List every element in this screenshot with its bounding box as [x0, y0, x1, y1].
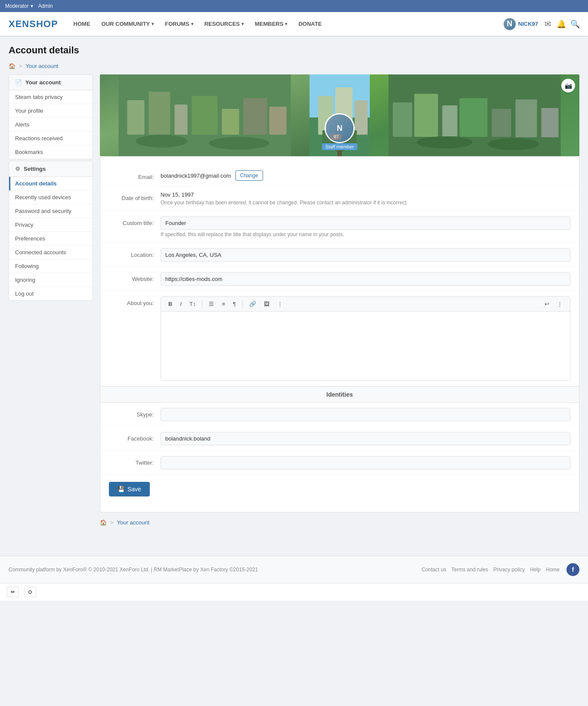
more-button[interactable]: ⋮	[274, 299, 286, 308]
image-button[interactable]: 🖼	[261, 299, 272, 308]
footer-home[interactable]: Home	[546, 567, 560, 573]
sidebar-item-preferences[interactable]: Preferences	[9, 232, 93, 246]
align-button[interactable]: ≡	[219, 299, 228, 308]
profile-banner: N 97 Staff member 📷	[100, 74, 579, 156]
nav-forums[interactable]: FORUMS	[160, 17, 198, 31]
email-row-inner: bolandnick1997@gmail.com Change	[161, 170, 570, 181]
undo-button[interactable]: ↩	[542, 299, 552, 308]
svg-rect-1	[127, 100, 145, 135]
email-label: Email:	[109, 170, 161, 180]
footer-home-icon[interactable]: 🏠	[100, 519, 107, 526]
sidebar-item-devices[interactable]: Recently used devices	[9, 191, 93, 204]
nav-home[interactable]: HOME	[68, 17, 96, 31]
svg-point-8	[136, 135, 188, 148]
sidebar-item-ignoring[interactable]: Ignoring	[9, 273, 93, 287]
sidebar-item-your-profile[interactable]: Your profile	[9, 104, 93, 118]
nav-donate[interactable]: DONATE	[293, 17, 327, 31]
sidebar-item-password[interactable]: Password and security	[9, 204, 93, 218]
chevron-down-icon: ▾	[31, 3, 33, 9]
paragraph-button[interactable]: ¶	[230, 299, 239, 308]
sidebar-item-privacy[interactable]: Privacy	[9, 218, 93, 232]
svg-point-26	[417, 136, 473, 148]
editor-toolbar: B I T↕ ☰ ≡ ¶ 🔗 🖼 ⋮	[161, 297, 570, 311]
sidebar: 📄 Your account Steam tabs privacy Your p…	[9, 74, 93, 534]
footer-breadcrumb-sep: >	[110, 519, 114, 526]
link-button[interactable]: 🔗	[246, 299, 259, 308]
pencil-button[interactable]: ✏	[7, 587, 19, 597]
circle-button[interactable]: ⊙	[24, 587, 36, 597]
sidebar-item-account-details[interactable]: Account details	[9, 177, 93, 191]
footer-contact[interactable]: Contact us	[421, 567, 446, 573]
custom-title-field: If specified, this will replace the titl…	[161, 216, 570, 237]
nav-members[interactable]: MEMBERS	[250, 17, 292, 31]
website-field	[161, 272, 570, 286]
email-row: Email: bolandnick1997@gmail.com Change	[100, 165, 579, 186]
nav-resources[interactable]: RESOURCES	[199, 17, 249, 31]
sidebar-item-bookmarks[interactable]: Bookmarks	[9, 145, 93, 159]
breadcrumb-your-account[interactable]: Your account	[26, 63, 58, 69]
footer-breadcrumb-account[interactable]: Your account	[117, 519, 149, 526]
nav-community[interactable]: OUR COMMUNITY	[96, 17, 159, 31]
sidebar-item-alerts[interactable]: Alerts	[9, 118, 93, 132]
list-button[interactable]: ☰	[206, 299, 217, 308]
search-icon[interactable]: 🔍	[571, 20, 579, 28]
dob-hint: Once your birthday has been entered, it …	[161, 200, 570, 206]
main-content: N 97 Staff member 📷 Email: bolandnick	[100, 74, 579, 534]
site-logo[interactable]: XENSHOP	[9, 18, 58, 30]
admin-link[interactable]: Admin	[38, 3, 53, 9]
custom-title-input[interactable]	[161, 216, 570, 230]
location-label: Location:	[109, 248, 161, 258]
sidebar-item-logout[interactable]: Log out	[9, 287, 93, 300]
camera-button[interactable]: 📷	[561, 79, 575, 92]
about-editor-body[interactable]	[161, 311, 570, 380]
page-title: Account details	[9, 45, 579, 56]
twitter-input[interactable]	[161, 456, 570, 469]
svg-rect-3	[175, 105, 188, 135]
moderator-label: Moderator	[5, 3, 29, 9]
user-menu[interactable]: N NICK97	[504, 18, 538, 30]
user-staff-badge: Staff member	[322, 143, 357, 150]
main-nav: XENSHOP HOME OUR COMMUNITY FORUMS RESOUR…	[0, 12, 588, 36]
italic-button[interactable]: I	[177, 299, 185, 308]
save-row: 💾 Save	[100, 475, 579, 503]
sidebar-account-title: Your account	[25, 79, 61, 86]
facebook-label: Facebook:	[109, 432, 161, 442]
bottom-toolbar: ✏ ⊙	[0, 583, 588, 601]
footer-inner: Community platform by XenForo® © 2010-20…	[9, 563, 579, 576]
sidebar-item-steam-tabs[interactable]: Steam tabs privacy	[9, 90, 93, 104]
facebook-row: Facebook:	[100, 427, 579, 451]
sidebar-header-account: 📄 Your account	[9, 75, 93, 90]
circle-icon: ⊙	[28, 589, 32, 595]
change-email-button[interactable]: Change	[235, 170, 263, 181]
facebook-icon[interactable]: f	[566, 563, 579, 576]
moderator-menu[interactable]: Moderator ▾	[5, 3, 33, 9]
sidebar-section-settings: ⚙ Settings Account details Recently used…	[9, 161, 93, 301]
location-input[interactable]	[161, 248, 570, 262]
facebook-input[interactable]	[161, 432, 570, 445]
sidebar-settings-title: Settings	[24, 166, 46, 172]
svg-rect-20	[415, 94, 438, 137]
sidebar-item-reactions[interactable]: Reactions received	[9, 132, 93, 145]
home-icon[interactable]: 🏠	[9, 63, 15, 69]
website-input[interactable]	[161, 272, 570, 286]
sidebar-item-connected[interactable]: Connected accounts	[9, 246, 93, 259]
text-size-button[interactable]: T↕	[186, 299, 198, 308]
page-wrapper: Account details 🏠 > Your account 📄 Your …	[0, 36, 588, 543]
mail-icon[interactable]: ✉	[543, 20, 552, 28]
save-button[interactable]: 💾 Save	[109, 482, 150, 496]
bold-button[interactable]: B	[165, 299, 175, 308]
dob-row: Date of birth: Nov 15, 1997 Once your bi…	[100, 186, 579, 211]
footer-copyright: Community platform by XenForo® © 2010-20…	[9, 567, 258, 573]
skype-input[interactable]	[161, 408, 570, 421]
footer-privacy[interactable]: Privacy policy	[493, 567, 525, 573]
footer-help[interactable]: Help	[530, 567, 541, 573]
svg-rect-21	[443, 105, 458, 136]
camera-icon: 📷	[565, 82, 572, 89]
save-label: Save	[127, 486, 141, 493]
svg-point-27	[488, 138, 539, 150]
footer-terms[interactable]: Terms and rules	[452, 567, 488, 573]
sidebar-item-following[interactable]: Following	[9, 259, 93, 273]
svg-rect-24	[516, 99, 537, 137]
bell-icon[interactable]: 🔔	[557, 20, 566, 28]
toolbar-overflow-button[interactable]: ⋮	[554, 299, 566, 308]
